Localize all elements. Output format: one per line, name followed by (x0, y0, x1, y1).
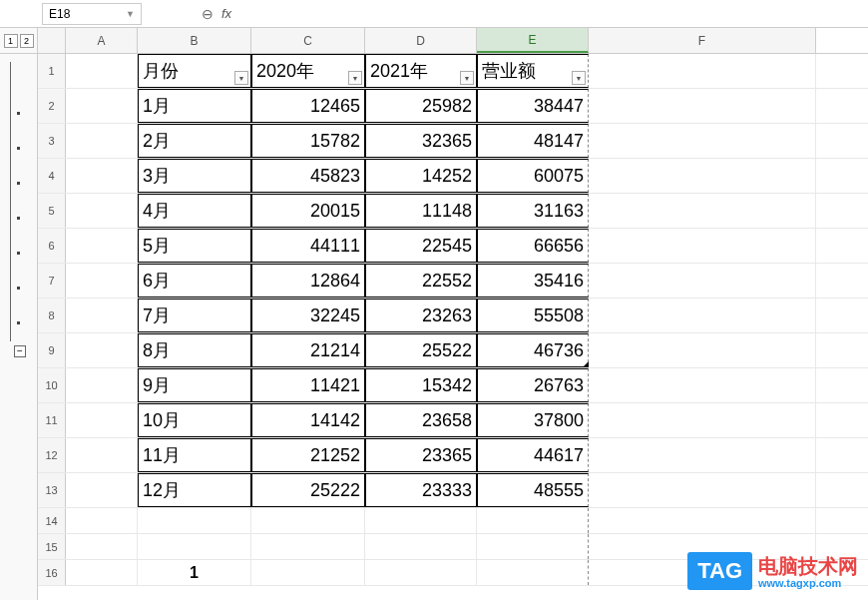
row-header[interactable]: 8 (38, 299, 66, 332)
cell[interactable] (589, 54, 816, 88)
filter-dropdown-icon[interactable]: ▼ (460, 71, 474, 85)
row-header[interactable]: 10 (38, 368, 66, 402)
cell[interactable] (589, 124, 816, 158)
cell[interactable] (589, 438, 816, 472)
cell-2021[interactable]: 22545 (365, 229, 477, 263)
cell[interactable] (66, 54, 138, 88)
cell[interactable] (589, 89, 816, 123)
row-header[interactable]: 1 (38, 54, 66, 88)
cell[interactable] (589, 264, 816, 298)
cell[interactable] (66, 229, 138, 263)
cell-month[interactable]: 2月 (138, 124, 251, 158)
cell-2021[interactable]: 11148 (365, 194, 477, 228)
cell[interactable] (477, 508, 589, 533)
cell[interactable] (66, 368, 138, 402)
col-header-f[interactable]: F (589, 28, 816, 53)
name-box-dropdown-icon[interactable]: ▼ (126, 9, 135, 19)
cell-month[interactable]: 7月 (138, 299, 251, 332)
name-box[interactable]: E18 ▼ (42, 3, 142, 25)
cell-revenue[interactable]: 48555 (477, 473, 589, 507)
cell-revenue[interactable]: 38447 (477, 89, 589, 123)
cell-2020[interactable]: 32245 (251, 299, 365, 332)
cell[interactable] (365, 560, 477, 585)
cell[interactable] (365, 508, 477, 533)
header-2020[interactable]: 2020年▼ (251, 54, 365, 88)
cell-revenue[interactable]: 37800 (477, 403, 589, 437)
cell-month[interactable]: 6月 (138, 264, 251, 298)
cell-revenue[interactable]: 48147 (477, 124, 589, 158)
outline-level-2[interactable]: 2 (20, 34, 34, 48)
cell[interactable] (589, 403, 816, 437)
cell[interactable] (66, 89, 138, 123)
cell[interactable] (365, 534, 477, 559)
filter-dropdown-icon[interactable]: ▼ (234, 71, 248, 85)
cell[interactable] (589, 333, 816, 367)
row-header[interactable]: 7 (38, 264, 66, 298)
cell-2020[interactable]: 45823 (251, 159, 365, 193)
cell-month[interactable]: 8月 (138, 333, 251, 367)
cell-2021[interactable]: 15342 (365, 368, 477, 402)
row-header[interactable]: 2 (38, 89, 66, 123)
cell-2020[interactable]: 14142 (251, 403, 365, 437)
cell[interactable] (66, 333, 138, 367)
cell[interactable] (66, 560, 138, 585)
cell-2021[interactable]: 32365 (365, 124, 477, 158)
cell-revenue[interactable]: 46736 (477, 333, 589, 367)
cell[interactable] (66, 508, 138, 533)
cell-month[interactable]: 11月 (138, 438, 251, 472)
row-header[interactable]: 12 (38, 438, 66, 472)
cell[interactable] (589, 229, 816, 263)
cell[interactable] (589, 368, 816, 402)
cell-2020[interactable]: 21214 (251, 333, 365, 367)
cell[interactable] (251, 508, 365, 533)
cell-2021[interactable]: 23333 (365, 473, 477, 507)
cell[interactable] (66, 403, 138, 437)
row-header[interactable]: 3 (38, 124, 66, 158)
fx-label[interactable]: fx (221, 6, 231, 21)
cell[interactable] (66, 534, 138, 559)
cell-2021[interactable]: 23263 (365, 299, 477, 332)
cell-month[interactable]: 1月 (138, 89, 251, 123)
cell[interactable] (477, 560, 589, 585)
cell-month[interactable]: 4月 (138, 194, 251, 228)
cell[interactable] (589, 473, 816, 507)
cell-2020[interactable]: 11421 (251, 368, 365, 402)
row-header[interactable]: 6 (38, 229, 66, 263)
cell-2021[interactable]: 14252 (365, 159, 477, 193)
cell-2021[interactable]: 22552 (365, 264, 477, 298)
cell[interactable] (66, 438, 138, 472)
cell[interactable] (66, 124, 138, 158)
row-header[interactable]: 16 (38, 560, 66, 585)
cell-2020[interactable]: 15782 (251, 124, 365, 158)
cell[interactable] (138, 534, 251, 559)
cell-revenue[interactable]: 35416 (477, 264, 589, 298)
outline-level-1[interactable]: 1 (4, 34, 18, 48)
row-header[interactable]: 4 (38, 159, 66, 193)
select-all-corner[interactable] (38, 28, 66, 53)
formula-input[interactable] (239, 3, 408, 25)
row-header[interactable]: 5 (38, 194, 66, 228)
cell-month[interactable]: 5月 (138, 229, 251, 263)
cell[interactable] (589, 508, 816, 533)
cell-2021[interactable]: 25982 (365, 89, 477, 123)
cell[interactable] (66, 159, 138, 193)
cell-2020[interactable]: 12864 (251, 264, 365, 298)
cell[interactable] (251, 560, 365, 585)
col-header-b[interactable]: B (138, 28, 251, 53)
cell-month[interactable]: 9月 (138, 368, 251, 402)
cell-revenue[interactable]: 26763 (477, 368, 589, 402)
row-header[interactable]: 15 (38, 534, 66, 559)
cell-revenue[interactable]: 66656 (477, 229, 589, 263)
cell-month[interactable]: 10月 (138, 403, 251, 437)
col-header-a[interactable]: A (66, 28, 138, 53)
cell-revenue[interactable]: 60075 (477, 159, 589, 193)
col-header-d[interactable]: D (365, 28, 477, 53)
cell-month[interactable]: 3月 (138, 159, 251, 193)
cell[interactable] (589, 194, 816, 228)
cell[interactable] (477, 534, 589, 559)
cell-month[interactable]: 12月 (138, 473, 251, 507)
filter-dropdown-icon[interactable]: ▼ (348, 71, 362, 85)
cell[interactable] (66, 264, 138, 298)
cell[interactable] (66, 299, 138, 332)
cell-revenue[interactable]: 44617 (477, 438, 589, 472)
